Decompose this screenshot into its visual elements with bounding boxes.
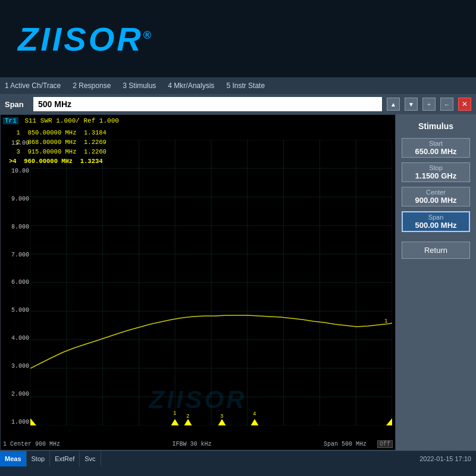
- menu-item-2[interactable]: 2 Response: [73, 82, 111, 90]
- start-value: 650.00 MHz: [405, 147, 467, 156]
- marker-row-2: 2 868.00000 MHz 1.2269: [9, 137, 107, 147]
- marker-3-label: 3: [220, 414, 223, 419]
- off-badge: Off: [377, 440, 393, 448]
- marker-table: 1 850.00000 MHz 1.3184 2 868.00000 MHz 1…: [9, 128, 107, 166]
- marker-2-triangle: [184, 419, 192, 425]
- logo-text: ZIISOR: [18, 20, 143, 58]
- marker-1-triangle: [171, 419, 178, 425]
- statusbar: Meas Stop ExtRef Svc 2022-01-15 17:10: [0, 450, 476, 466]
- start-label: Start: [405, 140, 467, 147]
- y-label-8: 8.000: [3, 224, 29, 230]
- chart-header: Tr1 S11 SWR 1.000/ Ref 1.000: [3, 117, 119, 124]
- status-meas[interactable]: Meas: [0, 451, 27, 466]
- y-label-7: 7.000: [3, 252, 29, 258]
- status-left: 1 Center 900 MHz: [3, 441, 60, 447]
- y-label-5: 5.000: [3, 307, 29, 314]
- trace-label: Tr1: [3, 117, 18, 124]
- stop-value: 1.1500 GHz: [405, 171, 467, 180]
- trace-info: S11 SWR 1.000/ Ref 1.000: [24, 117, 118, 124]
- status-datetime: 2022-01-15 17:10: [419, 455, 476, 462]
- y-label-3: 3.000: [3, 363, 29, 369]
- menu-item-3[interactable]: 3 Stimulus: [123, 82, 156, 90]
- stop-button[interactable]: Stop 1.1500 GHz: [402, 162, 470, 182]
- y-label-2: 2.000: [3, 391, 29, 397]
- chart-status: 1 Center 900 MHz IFBW 30 kHz Span 500 MH…: [3, 441, 393, 447]
- marker-3-triangle: [218, 419, 226, 425]
- status-right-span: Span 500 MHz Off: [324, 441, 393, 447]
- menubar: 1 Active Ch/Trace 2 Response 3 Stimulus …: [0, 77, 476, 94]
- span-label: Span: [5, 100, 29, 109]
- span-btn-label: Span: [405, 214, 466, 221]
- center-button[interactable]: Center 900.00 MHz: [402, 187, 470, 206]
- status-svc[interactable]: Svc: [80, 451, 101, 466]
- span-down-btn[interactable]: ▼: [405, 98, 418, 111]
- marker-4-label: 4: [253, 411, 256, 417]
- end-triangle: [386, 418, 392, 425]
- marker-row-1: 1 850.00000 MHz 1.3184: [9, 128, 107, 137]
- span-btn-value: 500.00 MHz: [405, 221, 466, 230]
- start-triangle: [30, 418, 36, 425]
- y-label-6: 6.000: [3, 279, 29, 286]
- main-content: Tr1 S11 SWR 1.000/ Ref 1.000 1 850.00000…: [0, 114, 476, 450]
- y-axis-labels: 11.00 10.00 9.000 8.000 7.000 6.000 5.00…: [3, 140, 29, 425]
- y-label-4: 4.000: [3, 335, 29, 342]
- return-button[interactable]: Return: [402, 242, 470, 259]
- span-value[interactable]: 500 MHz: [33, 97, 382, 111]
- marker-4-triangle: [251, 419, 258, 425]
- status-stop[interactable]: Stop: [27, 451, 51, 466]
- chart-canvas: 1 2 3 4 1: [30, 140, 392, 425]
- y-label-9: 9.000: [3, 196, 29, 202]
- chart-area: Tr1 S11 SWR 1.000/ Ref 1.000 1 850.00000…: [0, 114, 396, 450]
- right-panel: Stimulus Start 650.00 MHz Stop 1.1500 GH…: [396, 114, 476, 450]
- status-center: IFBW 30 kHz: [172, 441, 211, 447]
- spanbar: Span 500 MHz ▲ ▼ ÷ ← ✕: [0, 94, 476, 114]
- logo-reg: ®: [143, 29, 154, 41]
- stop-label: Stop: [405, 164, 467, 171]
- marker-row-3: 3 915.00000 MHz 1.2260: [9, 147, 107, 156]
- y-label-10: 10.00: [3, 168, 29, 174]
- status-extref[interactable]: ExtRef: [50, 451, 80, 466]
- header: ZIISOR®: [0, 0, 476, 77]
- end-marker-label: 1: [384, 318, 387, 324]
- marker-1-label: 1: [173, 411, 176, 416]
- menu-item-5[interactable]: 5 Instr State: [226, 82, 265, 90]
- span-button[interactable]: Span 500.00 MHz: [402, 211, 470, 232]
- span-up-btn[interactable]: ▲: [387, 98, 400, 111]
- menu-item-4[interactable]: 4 Mkr/Analysis: [168, 82, 214, 90]
- marker-row-4: >4 960.00000 MHz 1.3234: [9, 156, 107, 166]
- span-divide-btn[interactable]: ÷: [422, 98, 436, 111]
- marker-2-label: 2: [186, 414, 189, 419]
- span-close-btn[interactable]: ✕: [458, 98, 471, 111]
- center-value: 900.00 MHz: [405, 196, 467, 205]
- logo: ZIISOR®: [18, 20, 154, 58]
- span-back-btn[interactable]: ←: [440, 98, 453, 111]
- y-label-1: 1.000: [3, 419, 29, 425]
- panel-title: Stimulus: [400, 119, 471, 133]
- menu-item-1[interactable]: 1 Active Ch/Trace: [5, 82, 61, 90]
- start-button[interactable]: Start 650.00 MHz: [402, 138, 470, 158]
- center-label: Center: [405, 189, 467, 196]
